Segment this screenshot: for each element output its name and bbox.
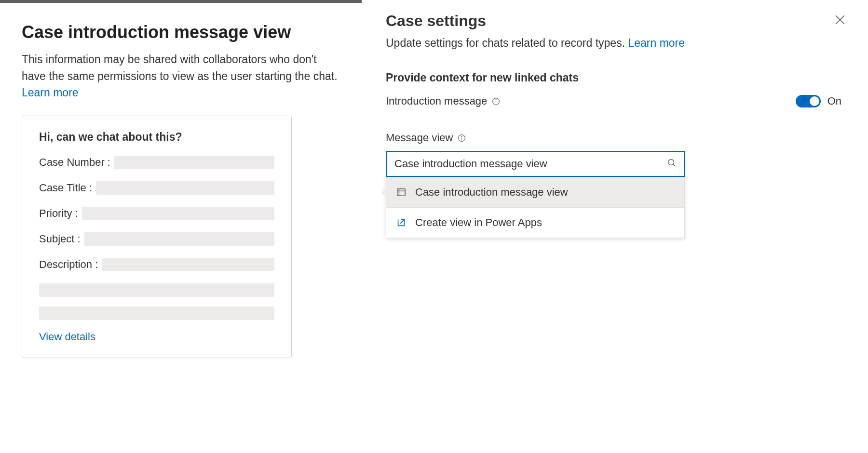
preview-description-text: This information may be shared with coll… [22, 53, 338, 82]
settings-title: Case settings [386, 12, 844, 30]
preview-card: Hi, can we chat about this? Case Number … [22, 116, 292, 358]
intro-message-toggle[interactable] [796, 95, 821, 107]
learn-more-link-left[interactable]: Learn more [22, 86, 79, 99]
skeleton-placeholder [82, 207, 274, 220]
dropdown-option-create-view[interactable]: Create view in Power Apps [386, 207, 684, 238]
section-heading: Provide context for new linked chats [386, 71, 844, 84]
svg-point-1 [496, 99, 496, 100]
dropdown-option-label: Case introduction message view [415, 186, 568, 199]
skeleton-placeholder [39, 283, 274, 297]
preview-panel: Case introduction message view This info… [0, 0, 362, 453]
preview-greeting: Hi, can we chat about this? [39, 131, 274, 144]
settings-panel: Case settings Update settings for chats … [362, 0, 868, 453]
message-view-dropdown: Case introduction message view Create vi… [386, 177, 685, 238]
settings-description-text: Update settings for chats related to rec… [386, 37, 628, 49]
close-button[interactable] [834, 13, 846, 28]
skeleton-placeholder [39, 306, 274, 320]
skeleton-placeholder [84, 232, 274, 246]
learn-more-link-right[interactable]: Learn more [628, 37, 685, 49]
intro-message-toggle-state: On [827, 95, 841, 107]
field-subject: Subject : [39, 232, 274, 246]
open-external-icon [396, 217, 407, 228]
view-icon [396, 187, 407, 198]
field-label-case-number: Case Number : [39, 156, 110, 169]
svg-point-3 [461, 136, 462, 136]
intro-message-row: Introduction message On [386, 95, 844, 107]
message-view-label: Message view [386, 132, 453, 144]
field-label-subject: Subject : [39, 233, 81, 245]
search-icon[interactable] [666, 158, 677, 170]
intro-message-label: Introduction message [386, 95, 487, 107]
intro-message-label-wrap: Introduction message [386, 95, 500, 107]
field-label-priority: Priority : [39, 207, 78, 220]
skeleton-placeholder [96, 181, 274, 195]
field-case-title: Case Title : [39, 181, 274, 195]
message-view-label-wrap: Message view [386, 132, 844, 144]
dropdown-option-label: Create view in Power Apps [415, 216, 542, 229]
preview-description: This information may be shared with coll… [22, 51, 340, 101]
preview-title: Case introduction message view [22, 22, 340, 42]
message-view-search-wrap [386, 151, 685, 177]
skeleton-placeholder [102, 258, 274, 271]
field-priority: Priority : [39, 207, 274, 220]
dropdown-option-case-view[interactable]: Case introduction message view [386, 177, 684, 207]
settings-description: Update settings for chats related to rec… [386, 37, 844, 50]
svg-rect-5 [397, 189, 406, 196]
field-description: Description : [39, 258, 274, 271]
field-label-description: Description : [39, 258, 98, 271]
field-case-number: Case Number : [39, 156, 274, 169]
message-view-input[interactable] [386, 151, 685, 177]
view-details-link[interactable]: View details [39, 331, 274, 343]
close-icon [834, 19, 846, 27]
skeleton-placeholder [114, 156, 274, 169]
info-icon[interactable] [492, 97, 500, 106]
info-icon[interactable] [458, 134, 466, 142]
intro-message-toggle-control: On [796, 95, 841, 107]
field-label-case-title: Case Title : [39, 182, 92, 194]
